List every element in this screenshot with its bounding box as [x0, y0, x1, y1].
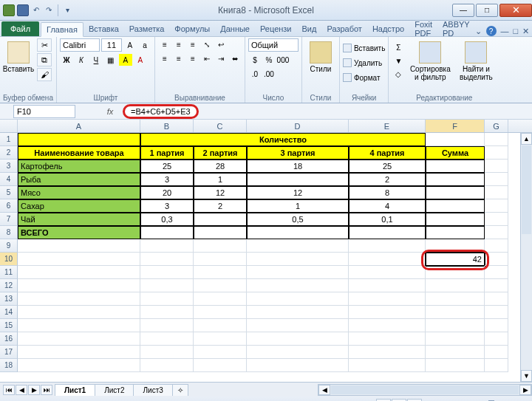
cell[interactable]: 4 [349, 199, 426, 213]
cell[interactable] [18, 239, 140, 253]
cell[interactable] [140, 319, 194, 332]
row-header[interactable]: 2 [0, 146, 18, 160]
cell[interactable]: 8 [349, 186, 426, 199]
formula-input[interactable]: =B4+C6+D5+E3 [123, 104, 199, 119]
cell[interactable]: 0,3 [140, 213, 194, 226]
font-size-select[interactable]: 11 [101, 38, 122, 52]
cell[interactable]: 0,5 [247, 213, 349, 226]
number-format-select[interactable]: Общий [248, 38, 299, 52]
col-header[interactable]: B [140, 120, 194, 132]
cell[interactable] [194, 279, 247, 292]
cell[interactable]: 28 [194, 160, 247, 173]
window-close2-icon[interactable]: ✕ [522, 27, 529, 36]
cell[interactable] [18, 266, 140, 279]
name-box[interactable]: F10 [13, 105, 75, 118]
window-min2-icon[interactable]: — [501, 27, 509, 35]
cell[interactable] [18, 359, 140, 372]
col-header[interactable]: A [18, 120, 140, 132]
cell[interactable]: Сахар [18, 199, 140, 213]
orientation-icon[interactable]: ⤡ [200, 38, 214, 50]
copy-icon[interactable]: ⧉ [37, 53, 52, 66]
active-cell[interactable]: 42 [426, 253, 485, 266]
cell[interactable] [18, 253, 140, 266]
tab-insert[interactable]: Вставка [83, 21, 124, 36]
sheet-prev-icon[interactable]: ◀ [16, 385, 27, 395]
cell[interactable]: 18 [247, 160, 349, 173]
cell[interactable] [194, 346, 247, 359]
cell[interactable] [349, 359, 426, 372]
tab-abbyy[interactable]: ABBYY PD [437, 21, 475, 36]
styles-button[interactable]: Стили [305, 38, 336, 86]
row-header[interactable]: 6 [0, 199, 18, 213]
help-icon[interactable]: ? [486, 26, 497, 36]
cell[interactable] [349, 346, 426, 359]
cell[interactable]: 2 [194, 199, 247, 213]
cell[interactable] [247, 306, 349, 319]
cell[interactable] [485, 319, 508, 332]
cell[interactable]: 2 [349, 173, 426, 186]
cell[interactable]: Рыба [18, 173, 140, 186]
cell[interactable] [485, 133, 508, 146]
sheet-tab[interactable]: Лист1 [55, 384, 95, 396]
tab-home[interactable]: Главная [41, 22, 83, 37]
scroll-up-icon[interactable]: ▲ [521, 133, 532, 145]
cell[interactable] [140, 332, 194, 346]
cell[interactable]: 1 [194, 173, 247, 186]
cell[interactable] [140, 346, 194, 359]
align-right-icon[interactable]: ≡ [186, 52, 200, 64]
cell[interactable] [485, 160, 508, 173]
redo-icon[interactable]: ↷ [44, 5, 54, 16]
cell[interactable] [194, 266, 247, 279]
cell[interactable] [140, 292, 194, 306]
cell[interactable] [140, 279, 194, 292]
row-header[interactable]: 15 [0, 319, 18, 332]
cell[interactable] [485, 332, 508, 346]
col-header[interactable]: F [426, 120, 485, 132]
decrease-decimal-icon[interactable]: .00 [262, 68, 276, 80]
row-header[interactable]: 9 [0, 239, 18, 253]
align-center-icon[interactable]: ≡ [172, 52, 185, 64]
cell[interactable] [349, 266, 426, 279]
cell[interactable] [247, 173, 349, 186]
cell[interactable] [426, 173, 485, 186]
horizontal-scrollbar[interactable]: ◀ ▶ [318, 384, 532, 396]
insert-cells-button[interactable]: Вставить [343, 41, 385, 55]
merge-icon[interactable]: ⬌ [228, 52, 242, 64]
scroll-left-icon[interactable]: ◀ [318, 385, 330, 395]
scroll-right-icon[interactable]: ▶ [519, 385, 531, 395]
cell[interactable]: 2 партия [194, 146, 247, 160]
cell[interactable] [426, 306, 485, 319]
bold-icon[interactable]: Ж [60, 54, 73, 66]
scroll-thumb[interactable] [331, 385, 519, 394]
cell[interactable] [194, 213, 247, 226]
underline-icon[interactable]: Ч [89, 54, 103, 66]
cell[interactable] [247, 253, 349, 266]
cell[interactable] [194, 292, 247, 306]
cell[interactable] [140, 226, 194, 239]
cell[interactable] [194, 332, 247, 346]
cell[interactable]: Сумма [426, 146, 485, 160]
file-tab[interactable]: Файл [1, 21, 39, 36]
cell[interactable] [140, 253, 194, 266]
row-header[interactable]: 7 [0, 213, 18, 226]
spreadsheet-grid[interactable]: A B C D E F G 1 Количество 2 Наименовани… [0, 120, 532, 382]
sheet-next-icon[interactable]: ▶ [28, 385, 40, 395]
italic-icon[interactable]: К [75, 54, 88, 66]
scroll-down-icon[interactable]: ▼ [521, 370, 532, 382]
cell[interactable] [426, 292, 485, 306]
cell[interactable] [485, 186, 508, 199]
row-header[interactable]: 17 [0, 346, 18, 359]
undo-icon[interactable]: ↶ [31, 5, 41, 16]
cell[interactable] [485, 253, 508, 266]
row-header[interactable]: 14 [0, 306, 18, 319]
row-header[interactable]: 16 [0, 332, 18, 346]
scroll-thumb[interactable] [522, 145, 531, 234]
cell[interactable] [426, 226, 485, 239]
cell[interactable] [485, 239, 508, 253]
cell[interactable] [194, 306, 247, 319]
close-button[interactable]: ✕ [499, 4, 532, 17]
sheet-last-icon[interactable]: ⏭ [41, 385, 52, 395]
cell[interactable]: 4 партия [349, 146, 426, 160]
tab-review[interactable]: Рецензи [255, 21, 297, 36]
cell[interactable] [426, 279, 485, 292]
